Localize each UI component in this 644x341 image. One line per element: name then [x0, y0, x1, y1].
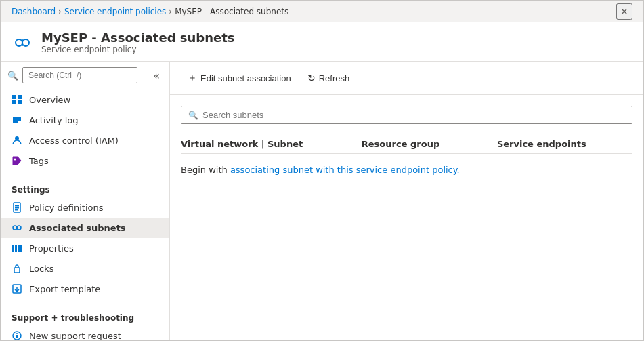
- export-template-label: Export template: [29, 284, 100, 294]
- settings-divider: [1, 174, 169, 174]
- sidebar-item-properties[interactable]: Properties: [1, 238, 169, 258]
- svg-point-26: [16, 333, 18, 334]
- sidebar-item-export-template[interactable]: Export template: [1, 279, 169, 299]
- breadcrumb-sep-2: ›: [169, 7, 172, 16]
- azure-window: Dashboard › Service endpoint policies › …: [0, 0, 644, 341]
- sidebar-item-activity-log[interactable]: Activity log: [1, 110, 169, 130]
- breadcrumb-policies[interactable]: Service endpoint policies: [64, 7, 166, 16]
- sidebar-item-new-support-request[interactable]: New support request: [1, 325, 169, 340]
- sidebar-item-locks[interactable]: Locks: [1, 258, 169, 279]
- svg-rect-6: [18, 100, 22, 104]
- search-icon: 🔍: [7, 71, 18, 81]
- breadcrumb-dashboard[interactable]: Dashboard: [12, 7, 56, 16]
- sidebar-search-box: 🔍 «: [1, 62, 169, 89]
- svg-point-12: [14, 159, 16, 161]
- svg-point-18: [17, 226, 21, 230]
- table-header: Virtual network | Subnet Resource group …: [181, 135, 632, 154]
- resource-icon: [12, 32, 33, 54]
- properties-icon: [12, 243, 22, 254]
- activity-icon: [12, 115, 22, 125]
- svg-point-10: [15, 136, 19, 140]
- policy-icon: [12, 202, 22, 213]
- tags-label: Tags: [29, 156, 49, 166]
- resource-subtitle: Service endpoint policy: [41, 45, 235, 54]
- resource-header: MySEP - Associated subnets Service endpo…: [1, 22, 643, 62]
- sidebar-item-associated-subnets[interactable]: Associated subnets: [1, 218, 169, 238]
- support-divider: [1, 302, 169, 302]
- overview-icon: [12, 94, 22, 105]
- svg-rect-20: [15, 245, 17, 252]
- properties-label: Properties: [29, 243, 74, 254]
- toolbar: ＋ Edit subnet association ↻ Refresh: [170, 62, 643, 95]
- breadcrumb-bar: Dashboard › Service endpoint policies › …: [1, 1, 643, 22]
- settings-section-label: Settings: [1, 177, 169, 197]
- svg-rect-19: [12, 245, 14, 252]
- refresh-label: Refresh: [319, 73, 350, 83]
- subnets-search-bar[interactable]: 🔍: [181, 106, 632, 124]
- svg-rect-3: [12, 95, 16, 99]
- export-icon: [12, 283, 22, 294]
- main-layout: 🔍 « Overview Activity log: [1, 62, 643, 340]
- svg-point-17: [13, 226, 17, 230]
- svg-point-0: [16, 39, 22, 46]
- resource-title: MySEP - Associated subnets Service endpo…: [41, 31, 235, 54]
- col-service-endpoints: Service endpoints: [497, 139, 632, 149]
- content-body: 🔍 Virtual network | Subnet Resource grou…: [170, 95, 643, 191]
- breadcrumb: Dashboard › Service endpoint policies › …: [12, 7, 288, 16]
- search-subnets-icon: 🔍: [188, 111, 198, 120]
- sidebar-item-iam[interactable]: Access control (IAM): [1, 130, 169, 151]
- svg-marker-11: [13, 157, 21, 165]
- svg-rect-4: [18, 95, 22, 99]
- iam-icon: [12, 135, 22, 146]
- svg-rect-23: [14, 268, 20, 273]
- associated-subnets-label: Associated subnets: [29, 223, 126, 233]
- svg-rect-21: [18, 245, 20, 252]
- sidebar-item-overview[interactable]: Overview: [1, 89, 169, 110]
- sidebar-item-policy-definitions[interactable]: Policy definitions: [1, 197, 169, 218]
- content-area: ＋ Edit subnet association ↻ Refresh 🔍 Vi…: [170, 62, 643, 340]
- svg-rect-16: [15, 209, 18, 211]
- svg-rect-7: [13, 117, 21, 119]
- collapse-button[interactable]: «: [150, 68, 163, 83]
- support-icon: [12, 330, 22, 340]
- support-section-label: Support + troubleshooting: [1, 305, 169, 325]
- svg-rect-27: [16, 335, 18, 338]
- empty-state: Begin with associating subnet with this …: [181, 159, 632, 180]
- overview-label: Overview: [29, 95, 70, 105]
- subnet-icon: [12, 222, 22, 233]
- new-support-request-label: New support request: [29, 331, 121, 341]
- edit-subnet-button[interactable]: ＋ Edit subnet association: [181, 68, 298, 87]
- breadcrumb-current: MySEP - Associated subnets: [175, 7, 288, 16]
- svg-rect-22: [20, 245, 22, 252]
- svg-rect-15: [15, 207, 19, 209]
- resource-name: MySEP - Associated subnets: [41, 31, 235, 45]
- edit-subnet-label: Edit subnet association: [200, 73, 291, 83]
- svg-rect-9: [13, 121, 18, 123]
- plus-icon: ＋: [188, 72, 197, 84]
- svg-rect-8: [13, 119, 21, 121]
- empty-state-prefix: Begin with: [181, 165, 230, 175]
- empty-state-link[interactable]: associating subnet with this service end…: [230, 165, 460, 175]
- col-virtual-network: Virtual network | Subnet: [181, 139, 362, 149]
- col-resource-group: Resource group: [362, 139, 497, 149]
- sidebar-search-input[interactable]: [22, 67, 137, 83]
- refresh-icon: ↻: [307, 73, 316, 83]
- svg-rect-14: [15, 205, 19, 207]
- policy-definitions-label: Policy definitions: [29, 203, 104, 213]
- svg-rect-5: [12, 100, 16, 104]
- tags-icon: [12, 155, 22, 166]
- iam-label: Access control (IAM): [29, 136, 119, 146]
- search-subnets-input[interactable]: [202, 110, 625, 120]
- locks-icon: [12, 263, 22, 274]
- svg-point-1: [22, 39, 29, 46]
- close-button[interactable]: ✕: [616, 3, 632, 20]
- sidebar-item-tags[interactable]: Tags: [1, 151, 169, 171]
- sidebar: 🔍 « Overview Activity log: [1, 62, 170, 340]
- locks-label: Locks: [29, 264, 53, 274]
- activity-log-label: Activity log: [29, 115, 79, 125]
- refresh-button[interactable]: ↻ Refresh: [301, 69, 357, 87]
- breadcrumb-sep-1: ›: [58, 7, 62, 16]
